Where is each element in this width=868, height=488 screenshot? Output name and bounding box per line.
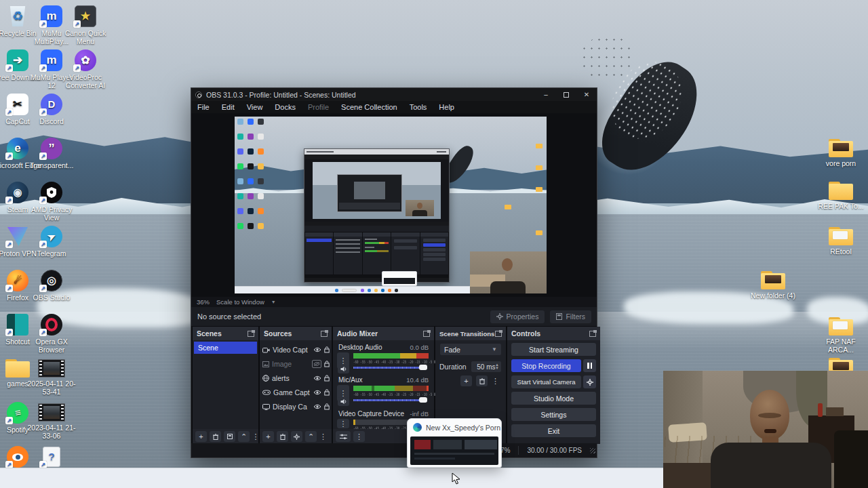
obs-preview-area[interactable] [191,113,597,297]
menu-edit[interactable]: Edit [216,103,241,111]
sources-toolbar: + ⌃ ⋮ [260,429,332,444]
popup-thumbnail[interactable] [410,436,498,465]
properties-button[interactable]: Properties [490,310,545,323]
menu-view[interactable]: View [241,103,269,111]
popout-icon[interactable] [321,331,328,337]
speaker-icon[interactable] [338,365,349,373]
chevron-down-icon[interactable]: ▼ [271,300,276,304]
desktop-icon-transparent[interactable]: ”↗ Transparent... [26,138,77,169]
remove-scene-button[interactable] [210,431,221,442]
scene-filters-button[interactable] [224,431,235,442]
popout-icon[interactable] [423,331,430,337]
lock-icon[interactable] [324,361,330,367]
desktop-icon-discord[interactable]: D↗ Discord [26,94,77,125]
popout-icon[interactable] [495,331,502,337]
obs-menu-bar: File Edit View Docks Profile Scene Colle… [191,101,597,113]
filters-button[interactable]: Filters [550,310,591,323]
sources-more-icon[interactable]: ⋮ [319,431,327,442]
preview-scale-bar: 36% Scale to Window ▼ [191,297,597,307]
exit-button[interactable]: Exit [511,424,596,437]
resize-grip[interactable] [590,448,595,453]
edge-icon [413,423,422,432]
desktop-icon-telegram[interactable]: ➤↗ Telegram [26,226,77,258]
icon-label: REE PAK To... [815,202,867,210]
edge-tab-preview-popup[interactable]: New Xx_Speedy's Porn Vid... [407,418,502,468]
studio-mode-button[interactable]: Studio Mode [511,392,596,405]
popout-icon[interactable] [248,331,254,337]
scene-list-item[interactable]: Scene [194,342,257,354]
desktop-icon-folder-fap-naf[interactable]: FAP NAF ARCA... [815,316,867,354]
desktop-icon-folder-ree-pak[interactable]: REE PAK To... [815,180,867,210]
eye-icon[interactable] [313,347,321,352]
volume-slider-mic[interactable] [353,397,427,403]
speaker-icon[interactable] [338,397,349,406]
desktop-icon-folder-new-folder-4[interactable]: New folder (4) [747,270,799,300]
source-properties-button[interactable] [291,431,302,442]
pause-recording-button[interactable] [583,359,596,372]
desktop-icon-help-file[interactable]: ?↗ [26,446,77,470]
gear-icon [294,434,300,440]
obs-title-bar[interactable]: OBS 31.0.3 - Profile: Untitled - Scenes:… [191,88,597,101]
source-row-game-capture[interactable]: Game Capt [262,386,330,399]
menu-file[interactable]: File [191,103,216,111]
desktop-icon-amd-privacy-view[interactable]: ↗ AMD Privacy View [26,182,77,222]
menu-profile[interactable]: Profile [302,103,335,111]
source-row-display-capture[interactable]: Display Ca [262,400,330,413]
desktop-icon-canon-quick-menu[interactable]: ★↗ Canon Quick Menu [60,5,111,45]
camera-icon [262,347,270,353]
lock-icon[interactable] [324,375,330,382]
advanced-audio-icon[interactable] [336,431,351,442]
add-source-button[interactable]: + [262,431,274,442]
source-row-image[interactable]: Image [262,357,330,371]
lock-icon[interactable] [324,346,330,353]
move-source-up-button[interactable]: ⌃ [305,431,317,442]
add-transition-button[interactable]: + [460,375,472,386]
mixer-channel-desktop-audio: Desktop Audio0.0 dB [338,344,429,351]
menu-tools[interactable]: Tools [403,103,433,111]
desktop-icon-folder-vore-porn[interactable]: vore porn [815,138,867,167]
desktop-icon-obs-studio[interactable]: ◎↗ OBS Studio [26,270,77,302]
sources-panel: Sources Video Capt Image [260,327,332,444]
move-scene-up-button[interactable]: ⌃ [238,431,250,442]
transitions-toolbar: + ⋮ [435,375,499,386]
volume-slider-desktop[interactable] [353,365,427,370]
transition-select[interactable]: Fade▼ [439,343,502,356]
virtual-camera-settings-button[interactable] [583,375,596,388]
eye-icon[interactable] [313,375,321,381]
scenes-more-icon[interactable]: ⋮ [252,431,259,442]
desktop-icon-video-file-1[interactable]: 2025-04-11 20-53-41 [26,358,77,396]
maximize-button[interactable] [556,88,576,101]
start-streaming-button[interactable]: Start Streaming [511,343,596,356]
mixer-more-icon[interactable]: ⋮ [353,431,365,442]
source-row-alerts[interactable]: alerts [262,371,330,385]
eye-icon[interactable] [313,390,321,395]
close-button[interactable]: ✕ [576,88,597,101]
menu-scene-collection[interactable]: Scene Collection [335,103,403,111]
duration-spinbox[interactable]: 50 ms ▲▼ [471,361,502,373]
eye-slash-icon[interactable] [312,360,321,368]
scale-mode[interactable]: Scale to Window [216,298,264,306]
start-virtual-camera-button[interactable]: Start Virtual Camera [511,375,581,388]
settings-button[interactable]: Settings [511,408,596,421]
stop-recording-button[interactable]: Stop Recording [511,359,581,372]
channel-options-icon[interactable]: ⋮ [337,419,349,428]
desktop-icon-video-file-2[interactable]: 2023-04-11 21-33-06 [26,402,77,440]
add-scene-button[interactable]: + [195,431,207,442]
menu-docks[interactable]: Docks [269,103,302,111]
remove-source-button[interactable] [277,431,288,442]
lock-icon[interactable] [324,389,330,396]
desktop-icon-folder-retool[interactable]: REtool [815,226,867,256]
source-row-video-capture[interactable]: Video Capt [262,343,330,357]
menu-help[interactable]: Help [433,103,460,111]
lock-icon[interactable] [324,403,330,410]
desktop-icon-videoproc[interactable]: ✿↗ VideoProc Converter AI [60,49,111,89]
eye-icon[interactable] [313,404,321,409]
popout-icon[interactable] [589,331,596,337]
minimize-button[interactable]: – [536,88,556,101]
audio-meter-mic [353,386,429,391]
spinner-arrows-icon[interactable]: ▲▼ [495,361,499,372]
transitions-more-icon[interactable]: ⋮ [492,375,499,386]
remove-transition-button[interactable] [476,375,488,386]
trash-icon [479,378,485,384]
desktop-icon-opera-gx[interactable]: ↗ Opera GX Browser [26,314,77,354]
